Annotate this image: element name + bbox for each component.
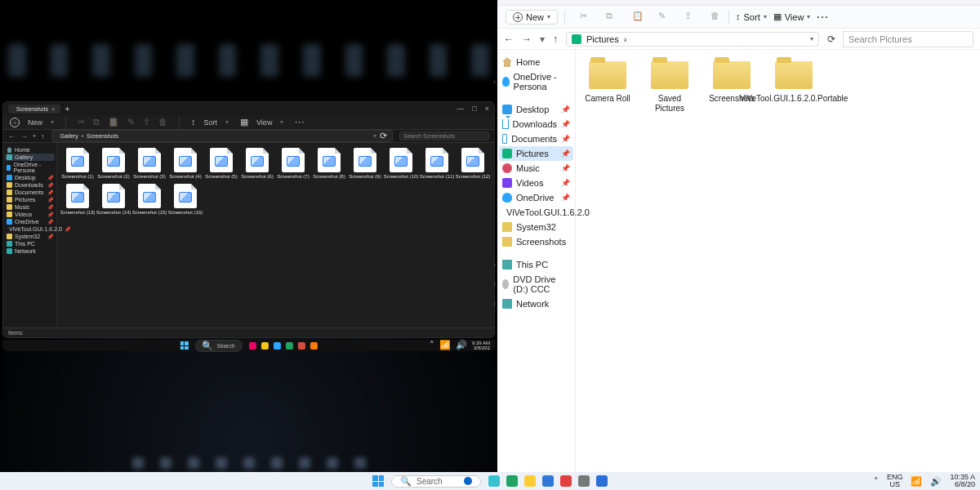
back-icon[interactable]: ←	[504, 33, 514, 45]
crumb-seg[interactable]: Gallery	[60, 133, 78, 139]
chevron-right-icon[interactable]: ›	[493, 300, 496, 308]
chevron-right-icon[interactable]: ›	[493, 280, 496, 288]
sidebar-item[interactable]: Music📌	[5, 203, 55, 211]
more-button[interactable]: ···	[817, 12, 829, 22]
folder-item[interactable]: ViVeTool.GUI.1.6.2.0.Portable	[770, 61, 817, 113]
app-icon[interactable]	[286, 342, 293, 350]
sidebar-item[interactable]: Pictures📌	[5, 196, 55, 203]
file-item[interactable]: Screenshot (7)	[278, 148, 309, 179]
chevron-down-icon[interactable]: ▾	[810, 35, 813, 42]
sidebar-item[interactable]: ViVeTool.GUI.1.6.2.0📌	[5, 225, 55, 233]
dark-search-input[interactable]: Search Screenshots	[399, 131, 489, 140]
taskbar-app-icon[interactable]	[596, 475, 608, 487]
file-item[interactable]: Screenshot (16)	[170, 184, 201, 215]
wifi-icon[interactable]: 📶	[439, 341, 451, 350]
start-button[interactable]	[372, 475, 384, 487]
paste-icon[interactable]: 📋	[108, 118, 119, 127]
refresh-icon[interactable]: ⟳	[380, 131, 387, 140]
volume-icon[interactable]: 🔊	[930, 477, 942, 486]
cut-icon[interactable]: ✂	[78, 118, 85, 127]
light-content[interactable]: Camera RollSaved PicturesScreenshotsViVe…	[576, 50, 980, 475]
chevron-right-icon[interactable]: ›	[493, 78, 496, 86]
sidebar-item[interactable]: ›This PC	[499, 257, 573, 272]
sidebar-item[interactable]: ›OneDrive - Persona	[499, 69, 573, 94]
more-button[interactable]: ···	[295, 118, 305, 126]
sidebar-item[interactable]: Documents📌	[499, 131, 573, 146]
sidebar-item[interactable]: ›DVD Drive (D:) CCC	[499, 272, 573, 296]
share-icon[interactable]: ⇪	[684, 11, 696, 23]
new-button[interactable]: New	[28, 118, 42, 127]
taskbar-app-icon[interactable]	[560, 475, 572, 487]
volume-icon[interactable]: 🔊	[456, 341, 467, 350]
sidebar-item[interactable]: Downloads📌	[5, 181, 55, 189]
taskbar-app-icon[interactable]	[524, 475, 536, 487]
close-icon[interactable]: ×	[485, 105, 489, 113]
taskbar-search[interactable]: 🔍 Search	[391, 475, 481, 488]
sidebar-item[interactable]: OneDrive📌	[499, 190, 573, 205]
sidebar-item[interactable]: Videos📌	[5, 211, 55, 218]
crumb-seg[interactable]: Screenshots	[87, 133, 118, 139]
sidebar-item[interactable]: Network	[5, 247, 55, 255]
sidebar-item[interactable]: Screenshots	[499, 234, 573, 249]
folder-item[interactable]: Saved Pictures	[646, 61, 693, 113]
chevron-up-icon[interactable]: ˄	[874, 477, 879, 486]
app-icon[interactable]	[249, 342, 256, 350]
dark-content[interactable]: Screenshot (1)Screenshot (2)Screenshot (…	[57, 143, 494, 327]
file-item[interactable]: Screenshot (2)	[98, 148, 129, 179]
sidebar-item[interactable]: OneDrive📌	[5, 218, 55, 225]
file-item[interactable]: Screenshot (6)	[242, 148, 273, 179]
view-button[interactable]: View	[256, 118, 272, 127]
language-indicator[interactable]: ENGUS	[887, 474, 903, 488]
file-item[interactable]: Screenshot (10)	[385, 148, 416, 179]
rename-icon[interactable]: ✎	[658, 11, 670, 23]
clock[interactable]: 10:35 A6/8/20	[950, 474, 975, 488]
sidebar-item[interactable]: System32📌	[5, 233, 55, 240]
sidebar-item[interactable]: Documents📌	[5, 189, 55, 196]
folder-item[interactable]: Camera Roll	[584, 61, 631, 113]
file-item[interactable]: Screenshot (3)	[134, 148, 165, 179]
sidebar-item[interactable]: ViVeTool.GUI.1.6.2.0	[499, 205, 573, 220]
dark-tab[interactable]: Screenshots ×	[8, 105, 60, 114]
taskbar-app-icon[interactable]	[542, 475, 554, 487]
sidebar-item[interactable]: Music📌	[499, 161, 573, 176]
new-button[interactable]: New ▾	[506, 10, 558, 24]
crumb-seg[interactable]: Pictures	[586, 34, 619, 44]
share-icon[interactable]: ⇪	[143, 118, 150, 127]
chevron-right-icon[interactable]: ›	[493, 261, 496, 269]
close-tab-icon[interactable]: ×	[51, 105, 56, 113]
sidebar-item[interactable]: This PC	[5, 240, 55, 247]
light-breadcrumb[interactable]: Pictures › ▾	[566, 32, 819, 47]
file-item[interactable]: Screenshot (11)	[421, 148, 452, 179]
app-icon[interactable]	[274, 342, 281, 350]
view-button[interactable]: ▦ View ▾	[773, 12, 811, 22]
sidebar-item[interactable]: System32	[499, 220, 573, 234]
delete-icon[interactable]: 🗑	[710, 11, 722, 23]
dark-taskbar-search[interactable]: 🔍 Search	[194, 340, 242, 352]
wifi-icon[interactable]: 📶	[911, 477, 922, 486]
clock-date[interactable]: 3/8/202	[472, 345, 490, 350]
history-icon[interactable]: ▾	[33, 132, 36, 140]
chevron-down-icon[interactable]: ▾	[373, 132, 376, 140]
forward-icon[interactable]: →	[20, 132, 28, 140]
minimize-icon[interactable]: —	[457, 105, 464, 113]
sidebar-item[interactable]: Gallery	[5, 154, 55, 161]
delete-icon[interactable]: 🗑	[158, 118, 167, 127]
sidebar-item[interactable]: Downloads📌	[499, 117, 573, 131]
light-search-input[interactable]: Search Pictures	[843, 31, 973, 47]
taskbar-app-icon[interactable]	[488, 475, 500, 487]
sidebar-item[interactable]: Desktop📌	[499, 102, 573, 117]
file-item[interactable]: Screenshot (14)	[98, 184, 129, 215]
copy-icon[interactable]: ⧉	[606, 11, 617, 23]
taskbar-app-icon[interactable]	[506, 475, 518, 487]
sidebar-item[interactable]: Videos📌	[499, 176, 573, 190]
app-icon[interactable]	[310, 342, 318, 350]
new-tab-button[interactable]: +	[65, 105, 70, 114]
rename-icon[interactable]: ✎	[127, 118, 135, 127]
file-item[interactable]: Screenshot (1)	[62, 148, 93, 179]
app-icon[interactable]	[261, 342, 269, 350]
chevron-up-icon[interactable]: ˄	[430, 341, 434, 350]
sort-button[interactable]: ↕ Sort ▾	[736, 12, 767, 22]
file-item[interactable]: Screenshot (9)	[350, 148, 381, 179]
start-button[interactable]	[180, 341, 188, 350]
file-item[interactable]: Screenshot (13)	[62, 184, 93, 215]
